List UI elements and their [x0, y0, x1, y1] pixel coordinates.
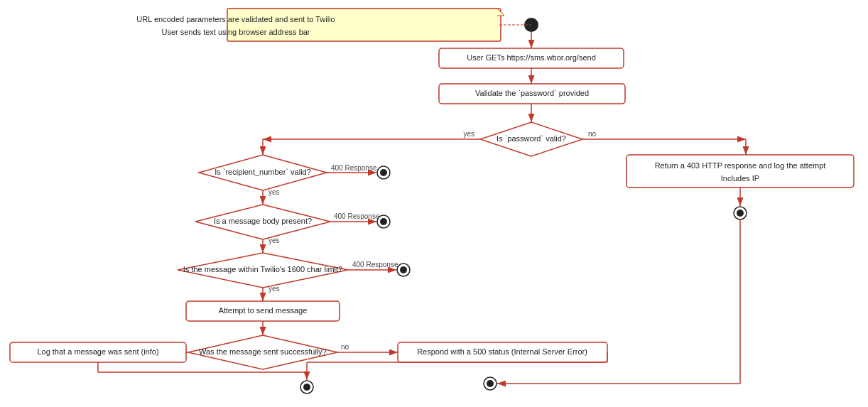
note-box	[227, 9, 501, 41]
validate-pwd-label: Validate the `password` provided	[475, 89, 589, 97]
end-circle-limit-inner	[400, 266, 407, 273]
log-sent-label: Log that a message was sent (info)	[37, 347, 158, 356]
no-label-pwd: no	[588, 130, 597, 138]
end-circle-4-inner	[303, 384, 310, 391]
return-403-node	[626, 155, 854, 188]
is-recipient-label: Is `recipient_number` valid?	[215, 168, 311, 176]
return-403-label1: Return a 403 HTTP response and log the a…	[655, 161, 826, 170]
no-label-wassent: no	[341, 343, 349, 351]
400-label-body: 400 Response	[334, 212, 380, 220]
is-pwd-valid-label: Is `password` valid?	[497, 134, 566, 143]
is-limit-label: Is the message within Twilio's 1600 char…	[183, 265, 342, 273]
note-line1: URL encoded parameters are validated and…	[136, 15, 335, 23]
yes-label-pwd: yes	[463, 130, 474, 138]
is-body-label: Is a message body present?	[214, 217, 312, 225]
was-sent-label: Was the message sent successfully?	[199, 347, 327, 356]
400-label-limit: 400 Response	[352, 261, 398, 268]
yes-label-recipient: yes	[268, 188, 280, 196]
end-circle-final-inner	[487, 380, 494, 387]
return-403-label2: Includes IP	[721, 174, 759, 183]
yes-label-limit: yes	[268, 285, 280, 293]
yes-label-body: yes	[268, 237, 280, 244]
end-circle-body-inner	[380, 218, 387, 225]
end-circle-recipient-inner	[380, 169, 387, 176]
respond-500-label: Respond with a 500 status (Internal Serv…	[417, 347, 587, 356]
end-circle-403-inner	[737, 210, 744, 217]
user-get-label: User GETs https://sms.wbor.org/send	[467, 53, 596, 62]
attempt-send-label: Attempt to send message	[219, 306, 308, 315]
400-label-recipient: 400 Response	[331, 164, 377, 172]
note-line2: User sends text using browser address ba…	[161, 28, 310, 36]
